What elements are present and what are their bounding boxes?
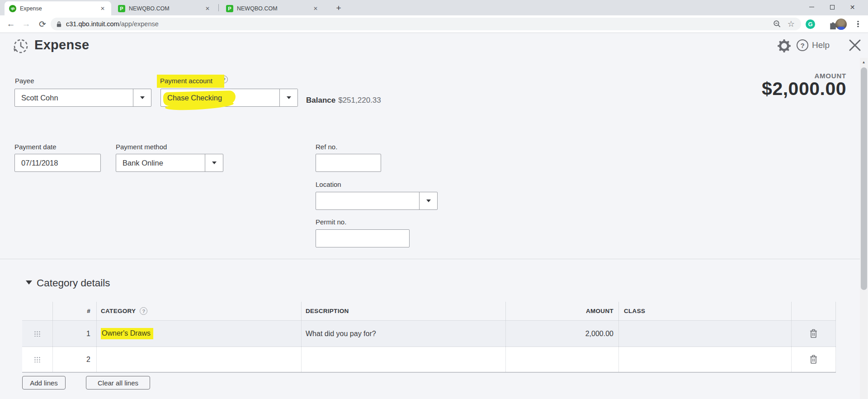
payment-date-label: Payment date xyxy=(14,143,57,151)
location-dropdown-button[interactable] xyxy=(419,192,437,209)
payment-account-field[interactable]: Chase Checking xyxy=(160,89,298,107)
category-help-icon[interactable]: ? xyxy=(140,307,147,315)
location-label: Location xyxy=(316,180,341,188)
help-question-icon[interactable]: ? xyxy=(797,39,808,51)
section-divider xyxy=(0,259,860,259)
tab-expense[interactable]: qb Expense ✕ xyxy=(5,1,111,15)
clear-all-lines-button[interactable]: Clear all lines xyxy=(86,376,150,390)
payment-method-value: Bank Online xyxy=(116,159,163,167)
amount-cell[interactable] xyxy=(506,347,619,372)
page-close-icon[interactable] xyxy=(848,38,862,54)
ref-no-field[interactable] xyxy=(316,154,381,172)
drag-handle[interactable] xyxy=(22,347,53,372)
delete-row-button[interactable] xyxy=(792,321,836,347)
grammarly-extension-icon[interactable]: G xyxy=(806,19,815,29)
trash-icon xyxy=(809,354,818,365)
description-cell[interactable] xyxy=(302,347,506,372)
payee-value: Scott Cohn xyxy=(15,94,58,102)
ref-no-label: Ref no. xyxy=(316,143,337,151)
row-number: 2 xyxy=(53,347,97,372)
chevron-down-icon xyxy=(212,162,217,166)
window-maximize-button[interactable] xyxy=(822,0,842,14)
help-label[interactable]: Help xyxy=(812,40,830,50)
tab-close-icon[interactable]: ✕ xyxy=(311,5,320,13)
delete-row-button[interactable] xyxy=(792,347,836,372)
location-field[interactable] xyxy=(316,192,438,210)
url-path: /app/expense xyxy=(119,20,159,28)
payee-label: Payee xyxy=(15,77,34,85)
row-number: 1 xyxy=(53,321,97,347)
url-host: c31.qbo.intuit.com xyxy=(66,20,119,28)
balance-label: Balance xyxy=(306,96,335,104)
actions-column-header xyxy=(792,302,836,320)
browser-menu-icon[interactable] xyxy=(854,18,862,30)
recent-transactions-icon[interactable] xyxy=(12,37,30,57)
avatar-detail xyxy=(837,27,845,30)
table-row: 1 Owner's Draws What did you pay for? 2,… xyxy=(22,320,836,347)
payment-account-label: Payment account xyxy=(160,77,224,88)
payment-method-field[interactable]: Bank Online xyxy=(116,154,223,172)
tab-newqbo-1[interactable]: P NEWQBO.COM ✕ xyxy=(113,1,216,15)
scrollbar-up-arrow[interactable]: ▲ xyxy=(860,58,868,66)
collapse-triangle-icon[interactable] xyxy=(26,280,32,288)
category-details-table: # CATEGORY ? DESCRIPTION AMOUNT CLASS 1 … xyxy=(22,302,836,373)
permit-no-label: Permit no. xyxy=(316,218,346,226)
refresh-button[interactable]: ⟳ xyxy=(36,18,49,30)
gear-icon[interactable] xyxy=(777,38,792,55)
drag-dots-icon xyxy=(34,356,41,362)
add-lines-button[interactable]: Add lines xyxy=(22,376,66,390)
scrollbar-thumb[interactable] xyxy=(861,67,867,290)
payment-account-value: Chase Checking xyxy=(161,94,222,102)
balance-value: $251,220.33 xyxy=(338,96,381,104)
quickbooks-favicon-icon: qb xyxy=(9,5,16,12)
balance-text: Balance$251,220.33 xyxy=(306,96,381,105)
close-icon: ✕ xyxy=(850,4,855,11)
expense-page: Expense ? Help Payee xyxy=(0,33,868,399)
tab-title: NEWQBO.COM xyxy=(129,5,199,12)
class-cell[interactable] xyxy=(619,347,792,372)
tab-close-icon[interactable]: ✕ xyxy=(203,5,212,13)
category-column-header: CATEGORY ? xyxy=(97,302,302,320)
forward-button[interactable]: → xyxy=(20,18,33,30)
category-cell[interactable]: Owner's Draws xyxy=(97,321,302,347)
category-cell[interactable] xyxy=(97,347,302,372)
page-scrollbar[interactable]: ▲ xyxy=(860,58,868,399)
drag-column-header xyxy=(22,302,53,320)
amount-column-header: AMOUNT xyxy=(506,302,619,320)
tab-title: NEWQBO.COM xyxy=(237,5,307,12)
class-cell[interactable] xyxy=(619,321,792,347)
maximize-icon xyxy=(830,5,835,10)
bookmark-star-icon[interactable]: ☆ xyxy=(788,19,795,29)
tab-separator xyxy=(218,4,219,11)
category-details-title: Category details xyxy=(37,277,110,289)
payment-method-dropdown-button[interactable] xyxy=(205,154,223,171)
drag-handle[interactable] xyxy=(22,321,53,347)
payee-dropdown-button[interactable] xyxy=(133,89,151,106)
payment-account-dropdown-button[interactable] xyxy=(279,89,297,106)
tab-title: Expense xyxy=(20,5,94,12)
chevron-down-icon xyxy=(426,200,431,204)
zoom-icon[interactable] xyxy=(773,20,781,28)
profile-avatar[interactable] xyxy=(835,19,847,30)
drag-dots-icon xyxy=(34,331,41,337)
p-favicon-icon: P xyxy=(226,5,233,12)
payment-date-field[interactable]: 07/11/2018 xyxy=(14,154,101,172)
window-minimize-button[interactable] xyxy=(802,0,822,14)
payee-field[interactable]: Scott Cohn xyxy=(14,89,151,107)
address-bar[interactable]: c31.qbo.intuit.com/app/expense ☆ xyxy=(51,18,801,30)
browser-toolbar: ← → ⟳ c31.qbo.intuit.com/app/expense ☆ G xyxy=(0,15,868,33)
new-tab-button[interactable]: + xyxy=(333,2,344,14)
amount-cell[interactable]: 2,000.00 xyxy=(506,321,619,347)
chevron-down-icon xyxy=(287,96,291,101)
lock-icon xyxy=(56,21,62,28)
back-button[interactable]: ← xyxy=(5,18,17,30)
chevron-down-icon xyxy=(140,96,145,101)
url-text: c31.qbo.intuit.com/app/expense xyxy=(66,20,159,28)
permit-no-field[interactable] xyxy=(316,229,410,247)
table-header-row: # CATEGORY ? DESCRIPTION AMOUNT CLASS xyxy=(22,302,836,320)
hash-column-header: # xyxy=(53,302,97,320)
tab-close-icon[interactable]: ✕ xyxy=(99,5,107,13)
description-cell[interactable]: What did you pay for? xyxy=(302,321,506,347)
window-close-button[interactable]: ✕ xyxy=(842,0,863,14)
tab-newqbo-2[interactable]: P NEWQBO.COM ✕ xyxy=(222,1,324,15)
